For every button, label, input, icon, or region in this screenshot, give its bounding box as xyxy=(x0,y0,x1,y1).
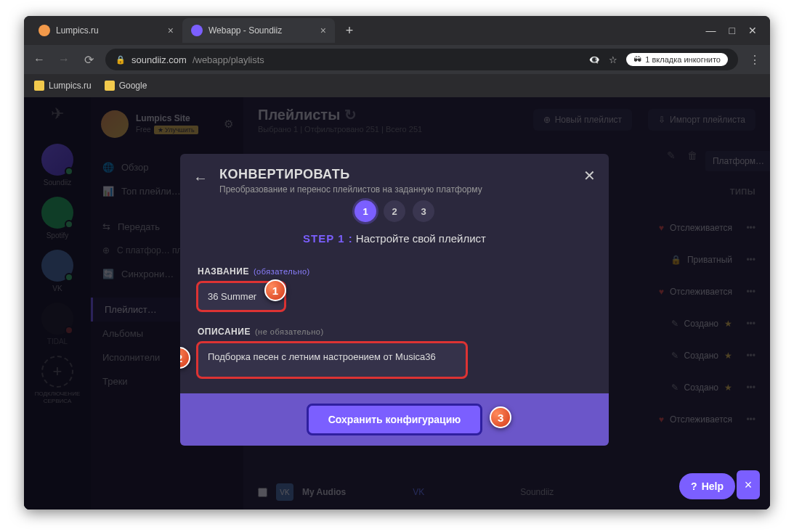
favicon-icon xyxy=(191,25,203,36)
bookmark-lumpics[interactable]: Lumpics.ru xyxy=(34,81,92,91)
close-icon[interactable]: ✕ xyxy=(583,167,596,184)
annotation-2: 2 xyxy=(180,347,190,369)
browser-window: Lumpics.ru × Webapp - Soundiiz × + — □ ✕… xyxy=(24,16,770,510)
help-icon: ? xyxy=(691,480,697,492)
modal-title: КОНВЕРТИРОВАТЬ xyxy=(219,167,591,182)
star-icon[interactable]: ☆ xyxy=(609,54,617,65)
menu-button[interactable]: ⋮ xyxy=(747,53,763,67)
desc-input[interactable] xyxy=(198,343,466,377)
save-config-button[interactable]: Сохранить конфигурацию xyxy=(308,405,481,434)
tab-lumpics[interactable]: Lumpics.ru × xyxy=(30,18,182,43)
tab-soundiiz[interactable]: Webapp - Soundiiz × xyxy=(182,18,335,43)
desc-label: ОПИСАНИЕ(не обязательно) xyxy=(198,327,591,337)
step-title: STEP 1 : Настройте свой плейлист xyxy=(198,232,591,245)
url-host: soundiiz.com xyxy=(131,54,187,65)
help-button[interactable]: ?Help xyxy=(679,473,735,499)
step-1[interactable]: 1 xyxy=(355,200,376,222)
back-arrow-icon[interactable]: ← xyxy=(193,170,208,187)
url-path: /webapp/playlists xyxy=(193,54,264,65)
app-root: ✈ Soundiiz Spotify VK TIDAL +ПОДКЛЮЧЕНИЕ… xyxy=(24,97,770,510)
favicon-icon xyxy=(39,25,50,36)
tab-label: Lumpics.ru xyxy=(56,25,99,36)
toolbar: ← → ⟳ 🔒 soundiiz.com/webapp/playlists 👁‍… xyxy=(24,45,770,74)
minimize-button[interactable]: — xyxy=(706,25,716,36)
maximize-button[interactable]: □ xyxy=(729,25,735,36)
annotation-1: 1 xyxy=(264,279,286,301)
back-button[interactable]: ← xyxy=(31,53,47,66)
new-tab-button[interactable]: + xyxy=(339,20,360,41)
step-3[interactable]: 3 xyxy=(413,200,434,222)
annotation-3: 3 xyxy=(490,406,511,428)
close-window-button[interactable]: ✕ xyxy=(748,25,757,36)
title-bar: Lumpics.ru × Webapp - Soundiiz × + — □ ✕ xyxy=(24,16,770,45)
stepper: 1 2 3 xyxy=(198,200,591,222)
folder-icon xyxy=(105,81,115,91)
convert-modal: ← КОНВЕРТИРОВАТЬ Преобразование и перено… xyxy=(180,154,609,446)
bookmark-google[interactable]: Google xyxy=(105,81,147,91)
step-2[interactable]: 2 xyxy=(384,200,405,222)
help-close-button[interactable]: × xyxy=(737,470,760,499)
close-icon[interactable]: × xyxy=(168,25,174,36)
tab-label: Webapp - Soundiiz xyxy=(208,25,282,36)
reload-button[interactable]: ⟳ xyxy=(81,53,97,67)
close-icon[interactable]: × xyxy=(320,25,326,36)
incognito-icon: 🕶 xyxy=(633,55,641,64)
address-bar[interactable]: 🔒 soundiiz.com/webapp/playlists 👁‍🗨 ☆ 🕶 … xyxy=(105,49,738,70)
forward-button[interactable]: → xyxy=(56,53,72,66)
lock-icon: 🔒 xyxy=(116,55,126,65)
bookmarks-bar: Lumpics.ru Google xyxy=(24,74,770,97)
incognito-badge: 🕶 1 вкладка инкогнито xyxy=(626,53,728,66)
name-label: НАЗВАНИЕ(обязательно) xyxy=(198,266,591,277)
modal-footer: Сохранить конфигурацию 3 xyxy=(180,393,609,446)
folder-icon xyxy=(34,81,44,91)
modal-subtitle: Преобразование и перенос плейлистов на з… xyxy=(219,184,591,195)
eye-off-icon[interactable]: 👁‍🗨 xyxy=(588,54,600,65)
